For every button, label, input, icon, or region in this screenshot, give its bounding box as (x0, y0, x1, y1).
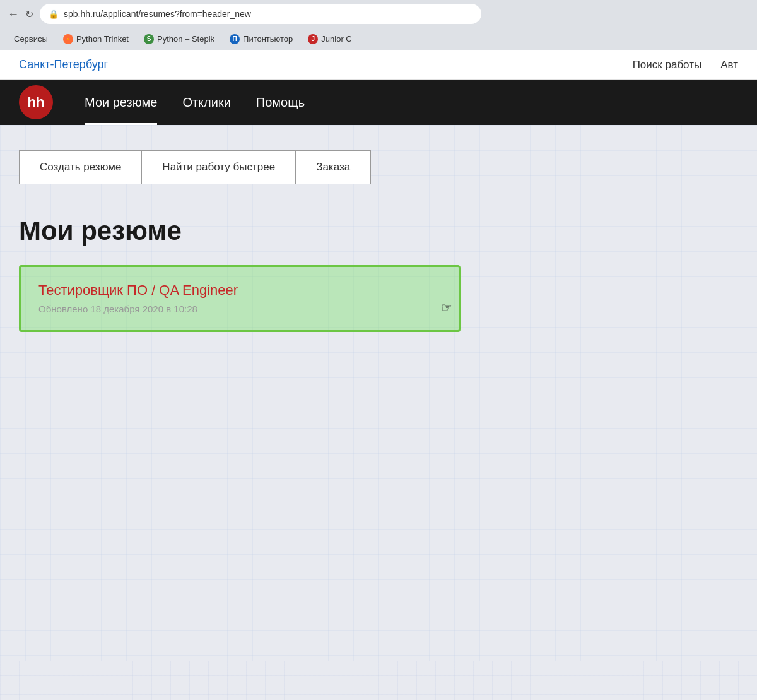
bookmark-piton[interactable]: П Питонтьютор (223, 32, 299, 46)
python-stepik-icon: S (144, 34, 154, 44)
bookmarks-bar: Сервисы 🔸 Python Trinket S Python – Step… (0, 28, 757, 50)
order-button[interactable]: Заказа (296, 150, 371, 184)
bookmark-junior[interactable]: J Junior C (302, 32, 358, 46)
nav-help[interactable]: Помощь (244, 80, 317, 125)
hh-main-nav: hh Мои резюме Отклики Помощь (0, 80, 757, 125)
nav-my-resumes[interactable]: Мои резюме (72, 80, 170, 125)
bookmark-python-trinket[interactable]: 🔸 Python Trinket (57, 32, 135, 46)
find-job-button[interactable]: Найти работу быстрее (141, 150, 296, 184)
browser-chrome: ← ↻ 🔒 spb.hh.ru/applicant/resumes?from=h… (0, 0, 757, 50)
bookmark-python-stepik[interactable]: S Python – Stepik (138, 32, 221, 46)
lock-icon: 🔒 (49, 9, 59, 19)
back-button[interactable]: ← (8, 8, 19, 21)
address-text: spb.hh.ru/applicant/resumes?from=header_… (64, 9, 251, 19)
address-bar[interactable]: 🔒 spb.hh.ru/applicant/resumes?from=heade… (40, 4, 481, 24)
auth-link[interactable]: Авт (720, 59, 738, 71)
nav-responses[interactable]: Отклики (170, 80, 243, 125)
job-search-link[interactable]: Поиск работы (633, 59, 702, 71)
resume-updated-text: Обновлено 18 декабря 2020 в 10:28 (38, 304, 197, 314)
hh-logo[interactable]: hh (19, 85, 53, 119)
bookmark-piton-label: Питонтьютор (243, 34, 293, 44)
python-trinket-icon: 🔸 (63, 34, 73, 44)
create-resume-button[interactable]: Создать резюме (19, 150, 141, 184)
junior-icon: J (308, 34, 318, 44)
location-right-nav: Поиск работы Авт (633, 59, 738, 71)
resume-title-link[interactable]: Тестировщик ПО / QA Engineer (38, 282, 441, 299)
refresh-button[interactable]: ↻ (25, 8, 33, 20)
location-bar: Санкт-Петербург Поиск работы Авт (0, 50, 757, 80)
bookmarks-label: Сервисы (8, 32, 54, 45)
bookmark-junior-label: Junior C (321, 34, 351, 44)
resume-card: Тестировщик ПО / QA Engineer Обновлено 1… (19, 265, 461, 332)
piton-icon: П (230, 34, 240, 44)
nav-bar: ← ↻ 🔒 spb.hh.ru/applicant/resumes?from=h… (0, 0, 757, 28)
action-buttons-row: Создать резюме Найти работу быстрее Зака… (19, 150, 738, 184)
bookmark-python-stepik-label: Python – Stepik (157, 34, 214, 44)
cursor-icon: ☞ (441, 300, 452, 315)
bookmark-python-trinket-label: Python Trinket (76, 34, 129, 44)
section-title: Мои резюме (19, 216, 738, 246)
city-link[interactable]: Санкт-Петербург (19, 58, 108, 71)
main-area: Создать резюме Найти работу быстрее Зака… (0, 125, 757, 661)
page-content: Санкт-Петербург Поиск работы Авт hh Мои … (0, 50, 757, 700)
